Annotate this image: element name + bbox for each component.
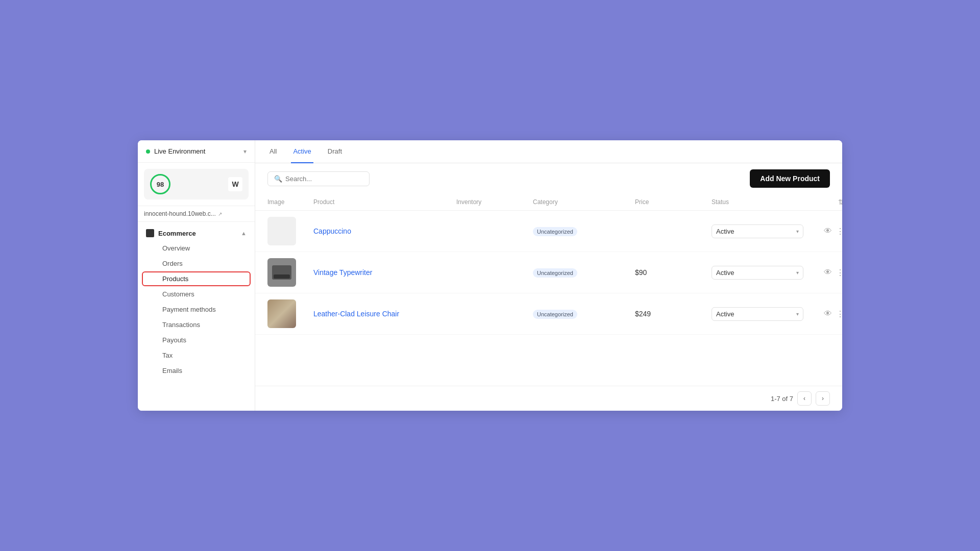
tab-all[interactable]: All (267, 140, 279, 163)
sidebar: Live Environment ▾ 98 W innocent-hound.1… (138, 140, 255, 411)
sidebar-nav-item-products[interactable]: Products (142, 271, 251, 286)
view-icon[interactable]: 👁 (824, 309, 832, 318)
app-window: Live Environment ▾ 98 W innocent-hound.1… (138, 140, 842, 411)
sidebar-nav-item-overview[interactable]: Overview (142, 241, 251, 256)
category-typewriter: Uncategorized (533, 268, 635, 278)
status-chevron-icon: ▾ (796, 229, 799, 234)
header-sort[interactable]: ⇅ (803, 198, 842, 206)
header-product: Product (313, 198, 456, 206)
product-table: Image Product Inventory Category Price S… (255, 194, 842, 386)
price-chair: $249 (635, 310, 712, 318)
status-chevron-icon: ▾ (796, 270, 799, 276)
chair-visual (267, 299, 296, 328)
env-status-dot (146, 149, 150, 154)
sidebar-section-header[interactable]: Ecommerce ▲ (138, 226, 255, 240)
profile-inner: 98 W (144, 169, 249, 199)
sidebar-nav-item-payment-methods[interactable]: Payment methods (142, 302, 251, 317)
table-header: Image Product Inventory Category Price S… (255, 194, 842, 211)
site-url-text: innocent-hound.10web.c... (144, 210, 216, 217)
row-actions-typewriter: 👁 ⋮ (803, 268, 842, 278)
product-thumbnail-chair (267, 299, 296, 328)
sidebar-section: Ecommerce ▲ Overview Orders Products Cus… (138, 222, 255, 411)
sidebar-nav-item-payouts[interactable]: Payouts (142, 333, 251, 347)
cappuccino-image (267, 217, 296, 245)
view-icon[interactable]: 👁 (824, 268, 832, 277)
row-actions-chair: 👁 ⋮ (803, 309, 842, 319)
sidebar-nav-item-orders[interactable]: Orders (142, 256, 251, 271)
main-content: All Active Draft 🔍 Add New Product Image (255, 140, 842, 411)
header-image: Image (267, 198, 313, 206)
category-chair: Uncategorized (533, 309, 635, 319)
search-input[interactable] (285, 175, 363, 183)
pagination-prev-button[interactable]: ‹ (797, 391, 812, 406)
sidebar-nav-item-transactions[interactable]: Transactions (142, 317, 251, 332)
toolbar: 🔍 Add New Product (255, 163, 842, 194)
env-label: Live Environment (154, 147, 243, 155)
status-select-typewriter[interactable]: Active ▾ (712, 266, 803, 280)
more-options-icon[interactable]: ⋮ (836, 309, 842, 319)
typewriter-image (267, 258, 296, 287)
chair-image (267, 299, 296, 328)
pagination-next-button[interactable]: › (816, 391, 830, 406)
pagination-bar: 1-7 of 7 ‹ › (255, 386, 842, 411)
search-box[interactable]: 🔍 (267, 171, 370, 186)
add-new-product-button[interactable]: Add New Product (750, 169, 830, 188)
score-circle: 98 (150, 174, 170, 194)
tab-bar: All Active Draft (255, 140, 842, 163)
product-thumbnail-cappuccino (267, 217, 296, 245)
sidebar-nav-item-emails[interactable]: Emails (142, 363, 251, 378)
category-cappuccino: Uncategorized (533, 227, 635, 236)
status-select-cappuccino[interactable]: Active ▾ (712, 224, 803, 238)
product-name-chair[interactable]: Leather-Clad Leisure Chair (313, 309, 456, 318)
header-status: Status (712, 198, 803, 206)
product-thumbnail-typewriter (267, 258, 296, 287)
ecommerce-icon (146, 229, 154, 237)
site-url[interactable]: innocent-hound.10web.c... ↗ (138, 206, 255, 222)
table-row: Leather-Clad Leisure Chair Uncategorized… (255, 293, 842, 335)
env-chevron-icon: ▾ (243, 148, 247, 155)
tab-active[interactable]: Active (291, 140, 313, 163)
pagination-info: 1-7 of 7 (771, 395, 793, 403)
sidebar-nav-item-customers[interactable]: Customers (142, 287, 251, 302)
row-actions-cappuccino: 👁 ⋮ (803, 227, 842, 236)
profile-card: 98 W (138, 163, 255, 206)
status-select-chair[interactable]: Active ▾ (712, 307, 803, 321)
product-name-typewriter[interactable]: Vintage Typewriter (313, 268, 456, 277)
table-row: Cappuccino Uncategorized Active ▾ 👁 ⋮ (255, 211, 842, 252)
header-category: Category (533, 198, 635, 206)
view-icon[interactable]: 👁 (824, 227, 832, 236)
more-options-icon[interactable]: ⋮ (836, 227, 842, 236)
sidebar-collapse-icon: ▲ (241, 230, 247, 236)
typewriter-keys (274, 274, 290, 279)
product-name-cappuccino[interactable]: Cappuccino (313, 227, 456, 236)
header-price: Price (635, 198, 712, 206)
profile-logo: W (228, 177, 242, 191)
price-typewriter: $90 (635, 268, 712, 277)
env-selector[interactable]: Live Environment ▾ (138, 140, 255, 163)
typewriter-body (272, 265, 291, 280)
sidebar-section-label: Ecommerce (158, 230, 241, 237)
status-chevron-icon: ▾ (796, 311, 799, 317)
table-row: Vintage Typewriter Uncategorized $90 Act… (255, 252, 842, 293)
external-link-icon: ↗ (218, 211, 222, 217)
tab-draft[interactable]: Draft (326, 140, 344, 163)
more-options-icon[interactable]: ⋮ (836, 268, 842, 278)
sort-icon: ⇅ (838, 198, 842, 206)
search-icon: 🔍 (274, 175, 282, 183)
sidebar-nav-item-tax[interactable]: Tax (142, 348, 251, 363)
header-inventory: Inventory (456, 198, 533, 206)
